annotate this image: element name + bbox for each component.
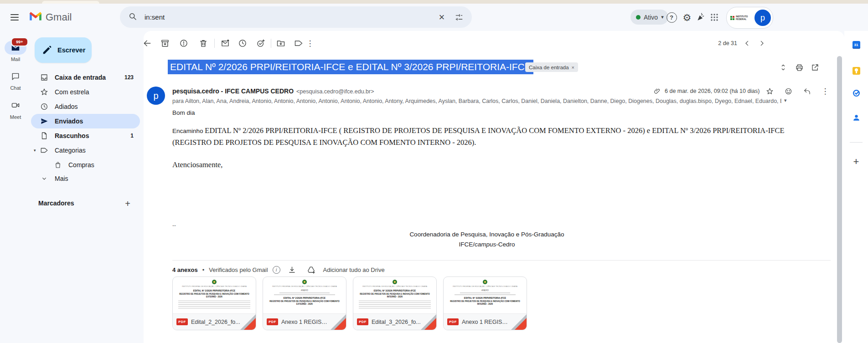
more-options-button[interactable]: ⋮ — [303, 36, 317, 51]
message-more-button[interactable]: ⋮ — [820, 86, 831, 97]
browser-edge — [0, 0, 868, 4]
back-button[interactable] — [140, 36, 155, 51]
pagination-label: 2 de 31 — [708, 40, 737, 46]
paperclip-icon — [654, 88, 661, 95]
main-menu-button[interactable] — [5, 9, 24, 26]
sidebar-item-starred[interactable]: Com estrela — [31, 85, 140, 99]
add-to-drive-icon[interactable] — [304, 262, 319, 277]
signature-line2: IFCE/campus-Cedro — [172, 241, 801, 248]
info-icon[interactable]: i — [273, 266, 280, 274]
avatar[interactable]: p — [754, 10, 771, 26]
expander-icon[interactable]: ▾ — [34, 148, 36, 153]
sidebar-item-categories[interactable]: ▾ Categorias — [31, 143, 140, 158]
thumb-subtitle: REGISTRO DE PROJETOS DE PESQUISA E INOVA… — [173, 293, 256, 299]
bullet: • — [202, 266, 205, 273]
star-button[interactable] — [764, 86, 775, 97]
chevron-down-icon — [40, 174, 48, 183]
clear-search-icon[interactable]: × — [434, 9, 450, 26]
thumb-subtitle: REGISTRO DE PROJETOS DE PESQUISA E INOVA… — [444, 300, 527, 307]
attachments-header: 4 anexos • Verificados pelo Gmail i Adic… — [172, 264, 385, 275]
create-label-button[interactable]: + — [121, 197, 134, 210]
thumb-heading: ANEXO — [263, 289, 346, 292]
sidebar-item-count: 123 — [124, 74, 134, 81]
inbox-icon — [40, 73, 48, 82]
print-button[interactable] — [792, 60, 806, 75]
sidebar-item-label: Mais — [55, 175, 68, 182]
tasks-panel-button[interactable] — [849, 86, 863, 100]
open-in-new-button[interactable] — [808, 60, 822, 75]
rail-item-chat[interactable] — [0, 72, 31, 83]
gmail-window: Gmail × Ativo ▾ ? ⚙ — [0, 0, 868, 343]
sidebar-item-label: Caixa de entrada — [55, 74, 106, 81]
sidebar-item-purchases[interactable]: Compras — [31, 158, 140, 172]
sidebar-item-inbox[interactable]: Caixa de entrada 123 — [31, 70, 140, 85]
older-button[interactable] — [754, 36, 769, 51]
body-greeting: Bom dia — [172, 109, 195, 116]
reply-button[interactable] — [801, 86, 812, 97]
pdf-icon: PDF — [447, 318, 459, 325]
get-addons-button[interactable]: + — [849, 154, 863, 169]
sidebar-item-snoozed[interactable]: Adiados — [31, 99, 140, 114]
body-prefix: Encaminho — [172, 128, 205, 134]
status-dot-icon — [636, 15, 641, 20]
report-spam-button[interactable] — [176, 36, 191, 51]
coat-of-arms-icon — [302, 280, 307, 284]
mark-unread-button[interactable] — [218, 36, 232, 51]
add-all-to-drive-label[interactable]: Adicionar tudo ao Drive — [323, 266, 385, 273]
emoji-reaction-button[interactable] — [783, 86, 794, 97]
fold-corner-red-icon — [424, 318, 436, 330]
search-bar[interactable]: × — [120, 6, 472, 28]
signature-line1: Coordenadoria de Pesquisa, Inovação e Pó… — [172, 231, 801, 238]
delete-button[interactable] — [196, 36, 211, 51]
attachment-card[interactable]: INSTITUTO FEDERAL DE EDUCAÇÃO, CIÊNCIA E… — [443, 276, 527, 330]
account-switcher[interactable]: INSTITUTO FEDERAL p — [726, 7, 773, 29]
sender-avatar[interactable]: p — [147, 87, 165, 105]
gmail-logo-icon — [29, 12, 42, 23]
expand-all-button[interactable] — [776, 60, 790, 75]
attachment-card[interactable]: INSTITUTO FEDERAL DE EDUCAÇÃO, CIÊNCIA E… — [353, 276, 437, 330]
newer-button[interactable] — [740, 36, 754, 51]
sidebar-item-sent[interactable]: Enviados — [31, 114, 140, 128]
keep-panel-button[interactable] — [849, 63, 863, 78]
google-apps-button[interactable] — [705, 8, 723, 26]
rail-label-mail: Mail — [0, 56, 31, 62]
sidebar-item-drafts[interactable]: Rascunhos 1 — [31, 128, 140, 143]
compose-button[interactable]: Escrever — [35, 37, 92, 63]
thumb-org: INSTITUTO FEDERAL DE EDUCAÇÃO, CIÊNCIA E… — [173, 285, 256, 288]
pdf-icon: PDF — [267, 318, 278, 325]
search-filters-icon[interactable] — [450, 8, 468, 26]
remove-label-icon[interactable]: × — [572, 65, 574, 70]
show-details-icon[interactable]: ▾ — [784, 97, 787, 103]
rail-item-meet[interactable] — [0, 101, 31, 112]
download-all-button[interactable] — [285, 262, 300, 277]
snooze-button[interactable] — [235, 36, 250, 51]
coat-of-arms-icon — [393, 280, 397, 284]
attachment-filename: Anexo 1 REGISTR... — [281, 319, 331, 325]
sidebar-item-more[interactable]: Mais — [31, 171, 140, 186]
org-logo: INSTITUTO FEDERAL — [730, 15, 753, 21]
archive-button[interactable] — [158, 36, 172, 51]
search-input[interactable] — [144, 13, 434, 21]
label-chip-text: Caixa de entrada — [529, 65, 569, 70]
help-icon: ? — [666, 12, 677, 23]
signature-org: IFCE/ — [459, 241, 475, 248]
attachment-preview: INSTITUTO FEDERAL DE EDUCAÇÃO, CIÊNCIA E… — [353, 277, 436, 317]
toolbar-divider — [271, 39, 271, 48]
attachment-card[interactable]: INSTITUTO FEDERAL DE EDUCAÇÃO, CIÊNCIA E… — [263, 276, 346, 330]
calendar-panel-button[interactable]: 31 — [849, 37, 863, 52]
label-chip-inbox[interactable]: Caixa de entrada × — [525, 62, 578, 72]
attachment-card[interactable]: INSTITUTO FEDERAL DE EDUCAÇÃO, CIÊNCIA E… — [172, 276, 256, 330]
thumb-paragraph — [178, 301, 250, 308]
thumb-title: EDITAL Nº 2/2026 PRPI/REITORIA-IFCE — [173, 289, 256, 292]
more-vertical-icon: ⋮ — [822, 87, 829, 95]
scrollbar[interactable] — [837, 56, 842, 343]
signature-city: -Cedro — [496, 241, 515, 248]
attachment-filename: Edital_3_2026_fo... — [372, 319, 421, 325]
gear-icon: ⚙ — [683, 13, 692, 22]
scanned-label: Verificados pelo Gmail — [209, 266, 268, 273]
contacts-icon — [852, 113, 861, 122]
contacts-panel-button[interactable] — [849, 110, 863, 125]
move-to-button[interactable] — [274, 36, 288, 51]
sender-name: pesquisa.cedro - IFCE CAMPUS CEDRO<pesqu… — [172, 87, 374, 95]
add-to-tasks-button[interactable] — [253, 36, 268, 51]
